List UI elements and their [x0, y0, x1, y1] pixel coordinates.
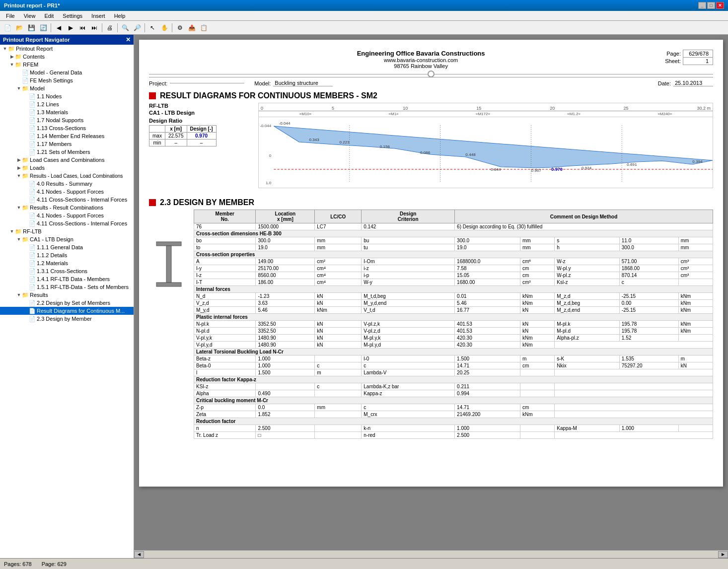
tree-item-result-diagrams[interactable]: 📄 Result Diagrams for Continuous M... [0, 307, 134, 315]
settings-button[interactable]: ⚙ [174, 22, 185, 33]
menu-help[interactable]: Help [110, 12, 130, 20]
label-loads: Loads [30, 165, 45, 171]
toggle-loads[interactable]: ▶ [16, 165, 22, 171]
tree-item-materials[interactable]: 📄 1.3 Materials [0, 108, 134, 116]
tree-item-rfltp[interactable]: ▼ 📁 RF-LTB [0, 227, 134, 235]
scroll-right-button[interactable]: ▶ [718, 551, 728, 558]
tree-item-lines[interactable]: 📄 1.2 Lines [0, 100, 134, 108]
panel-close-button[interactable]: ✕ [126, 36, 131, 43]
tree-item-results-rc[interactable]: ▼ 📁 Results - Result Combinations [0, 204, 134, 212]
label-sets-members: 1.21 Sets of Members [37, 149, 90, 155]
toggle-ca1-ltb[interactable]: ▼ [16, 236, 22, 242]
folder-icon-load-cases: 📁 [22, 157, 29, 163]
label-bo: bo [194, 237, 256, 244]
toggle-rfltp[interactable]: ▼ [9, 228, 15, 234]
tree-item-design-by-member[interactable]: 📄 2.3 Design by Member [0, 315, 134, 323]
tree-item-model-folder[interactable]: ▼ 📁 Model [0, 84, 134, 92]
tree-item-rfltp-members[interactable]: 📄 1.4.1 RF-LTB Data - Members [0, 275, 134, 283]
toggle-contents[interactable]: ▶ [9, 54, 15, 60]
toggle-rfem[interactable]: ▼ [9, 62, 15, 68]
td-max-label: max [149, 133, 165, 140]
tree-item-loads[interactable]: ▶ 📁 Loads [0, 164, 134, 172]
tree-item-load-cases[interactable]: ▶ 📁 Load Cases and Combinations [0, 156, 134, 164]
tree-item-model-general[interactable]: 📄 Model - General Data [0, 69, 134, 76]
ltb-row-2: Beta-01.000c c14.71cm Nkix75297.20kN [194, 362, 713, 369]
tree-item-sets-of-members[interactable]: 📄 1.21 Sets of Members [0, 148, 134, 156]
tree-item-printout-report[interactable]: ▼ 📁 Printout Report [0, 45, 134, 53]
menu-file[interactable]: File [2, 12, 19, 20]
page-label: Page: [663, 50, 683, 58]
tree-item-member-end-releases[interactable]: 📄 1.14 Member End Releases [0, 132, 134, 140]
menu-insert[interactable]: Insert [87, 12, 109, 20]
folder-icon-results-rc: 📁 [22, 205, 29, 211]
toggle-printout-report[interactable]: ▼ [2, 46, 8, 52]
right-panel[interactable]: Engineering Office Bavaria Constructions… [134, 35, 728, 550]
scroll-left-button[interactable]: ◀ [134, 551, 144, 558]
v-IOm: 1688000.0 [455, 258, 520, 265]
refresh-button[interactable]: 🔄 [38, 22, 49, 33]
folder-icon-ca1-ltb: 📁 [22, 236, 29, 243]
tree-item-ca1-ltb[interactable]: ▼ 📁 CA1 - LTB Design [0, 235, 134, 243]
save-button[interactable]: 💾 [26, 22, 37, 33]
menu-view[interactable]: View [20, 12, 40, 20]
tree-item-nodes-sf-lc[interactable]: 📄 4.1 Nodes - Support Forces [0, 188, 134, 196]
tree-item-cs-ltb[interactable]: 📄 1.3.1 Cross-Sections [0, 267, 134, 275]
tree-item-contents[interactable]: ▶ 📁 Contents [0, 53, 134, 61]
tree-item-cross-sections[interactable]: 📄 1.13 Cross-Sections [0, 124, 134, 132]
first-button[interactable]: ⏮ [77, 22, 88, 33]
close-button[interactable]: ✕ [716, 2, 724, 9]
tree-item-materials-ltb[interactable]: 📄 1.2 Materials [0, 259, 134, 267]
tree-item-nodes-sf-rc[interactable]: 📄 4.1 Nodes - Support Forces [0, 212, 134, 219]
last-button[interactable]: ⏭ [89, 22, 100, 33]
toggle-results-rc[interactable]: ▼ [16, 205, 22, 211]
toggle-results-folder[interactable]: ▼ [16, 292, 22, 298]
doc-icon-nodes: 📄 [29, 93, 36, 100]
maximize-button[interactable]: □ [707, 2, 715, 9]
tree-item-general-data[interactable]: 📄 1.1.1 General Data [0, 243, 134, 251]
toggle-model[interactable]: ▼ [16, 85, 22, 91]
model-field: Model: Buckling structure [254, 80, 333, 86]
menu-settings[interactable]: Settings [59, 12, 86, 20]
tree-item-rfltp-sets[interactable]: 📄 1.5.1 RF-LTB-Data - Sets of Members [0, 283, 134, 291]
tree-item-cs-internal-rc[interactable]: 📄 4.11 Cross-Sections - Internal Forces [0, 219, 134, 227]
svg-text:0.970: 0.970 [551, 167, 563, 172]
zoom-in-button[interactable]: 🔍 [120, 22, 131, 33]
new-button[interactable]: 📄 [2, 22, 13, 33]
tree-item-results-summary-lc[interactable]: 📄 4.0 Results - Summary [0, 180, 134, 188]
next-button[interactable]: ▶ [65, 22, 76, 33]
print-button[interactable]: 🖨 [104, 22, 115, 33]
menu-edit[interactable]: Edit [40, 12, 58, 20]
l-IOm: I-Om [362, 258, 455, 265]
tree-item-members[interactable]: 📄 1.17 Members [0, 140, 134, 148]
tree-item-rfem[interactable]: ▼ 📁 RFEM [0, 61, 134, 69]
toggle-results-lc[interactable]: ▼ [16, 173, 22, 179]
open-button[interactable]: 📂 [14, 22, 25, 33]
val-bo: 300.0 [256, 237, 315, 244]
l-ip: i-p [362, 272, 455, 279]
tree-item-nodal-supports[interactable]: 📄 1.7 Nodal Supports [0, 116, 134, 124]
u-iz: cm [520, 265, 555, 272]
dimensions-row-1: bo 300.0 mm bu 300.0 mm s 11.0 mm [194, 237, 713, 244]
tree-item-fe-mesh[interactable]: 📄 FE Mesh Settings [0, 76, 134, 84]
u-Wy: cm³ [520, 279, 555, 286]
select-button[interactable]: ↖ [147, 22, 158, 33]
label-ca1-ltb: CA1 - LTB Design [30, 236, 73, 242]
move-button[interactable]: ✋ [159, 22, 170, 33]
tree-item-cs-internal-lc[interactable]: 📄 4.11 Cross-Sections - Internal Forces [0, 196, 134, 204]
spacer [343, 80, 648, 86]
minimize-button[interactable]: _ [698, 2, 706, 9]
export-button[interactable]: 📤 [186, 22, 197, 33]
tree-item-results-lc[interactable]: ▼ 📁 Results - Load Cases, Load Combinati… [0, 172, 134, 180]
tree-container[interactable]: ▼ 📁 Printout Report ▶ 📁 Contents ▼ 📁 RFE… [0, 45, 134, 558]
tree-item-details[interactable]: 📄 1.1.2 Details [0, 251, 134, 259]
tree-item-design-by-set[interactable]: 📄 2.2 Design by Set of Members [0, 299, 134, 307]
title-text: Printout report - PR1* [4, 2, 60, 8]
tree-item-nodes[interactable]: 📄 1.1 Nodes [0, 92, 134, 100]
tree-item-results-folder[interactable]: ▼ 📁 Results [0, 291, 134, 299]
copy-button[interactable]: 📋 [198, 22, 209, 33]
u-ip: cm [520, 272, 555, 279]
zoom-out-button[interactable]: 🔎 [132, 22, 143, 33]
prev-button[interactable]: ◀ [53, 22, 64, 33]
horizontal-scrollbar[interactable]: ◀ ▶ [134, 550, 728, 558]
toggle-load-cases[interactable]: ▶ [16, 157, 22, 163]
